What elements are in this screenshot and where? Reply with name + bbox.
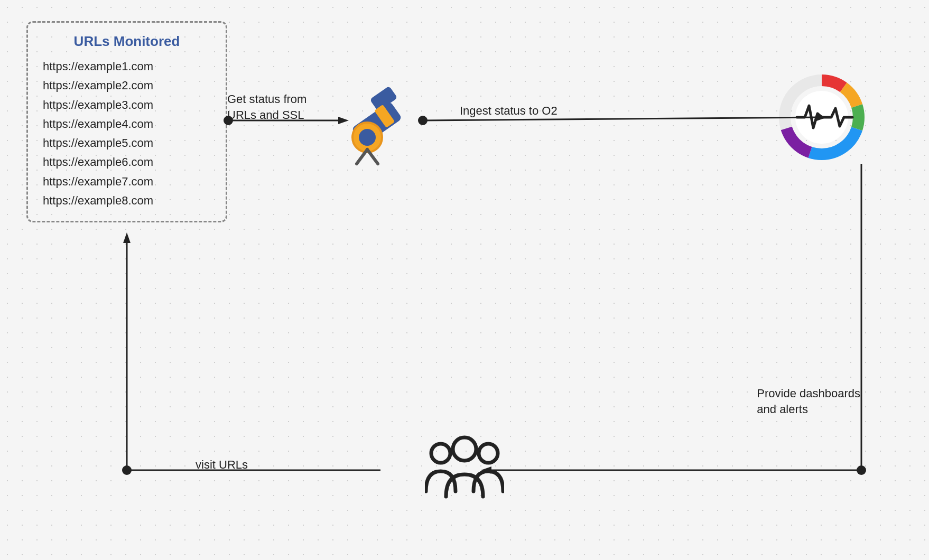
svg-point-3 bbox=[359, 129, 376, 146]
get-status-label: Get status from URLs and SSL bbox=[227, 91, 306, 123]
svg-point-15 bbox=[479, 444, 498, 463]
urls-monitored-box: URLs Monitored https://example1.comhttps… bbox=[26, 21, 227, 222]
svg-point-16 bbox=[453, 437, 476, 461]
url-list-item: https://example4.com bbox=[43, 115, 211, 134]
visit-urls-label: visit URLs bbox=[196, 457, 248, 473]
svg-point-14 bbox=[431, 444, 450, 463]
urls-box-title: URLs Monitored bbox=[43, 33, 211, 50]
url-list-item: https://example7.com bbox=[43, 172, 211, 191]
url-list-item: https://example8.com bbox=[43, 191, 211, 210]
urls-list: https://example1.comhttps://example2.com… bbox=[43, 57, 211, 210]
url-list-item: https://example3.com bbox=[43, 96, 211, 115]
telescope-icon bbox=[338, 82, 423, 166]
url-list-item: https://example1.com bbox=[43, 57, 211, 76]
ingest-status-label: Ingest status to O2 bbox=[460, 103, 558, 119]
svg-point-30 bbox=[122, 465, 132, 475]
svg-marker-29 bbox=[123, 232, 131, 243]
users-icon bbox=[425, 433, 504, 502]
provide-dashboards-label: Provide dashboards and alerts bbox=[757, 386, 860, 417]
url-list-item: https://example2.com bbox=[43, 76, 211, 95]
url-list-item: https://example5.com bbox=[43, 134, 211, 153]
diagram-container: URLs Monitored https://example1.comhttps… bbox=[0, 0, 929, 560]
url-list-item: https://example6.com bbox=[43, 153, 211, 172]
svg-point-26 bbox=[857, 465, 866, 475]
o2-monitor-icon bbox=[778, 74, 866, 161]
